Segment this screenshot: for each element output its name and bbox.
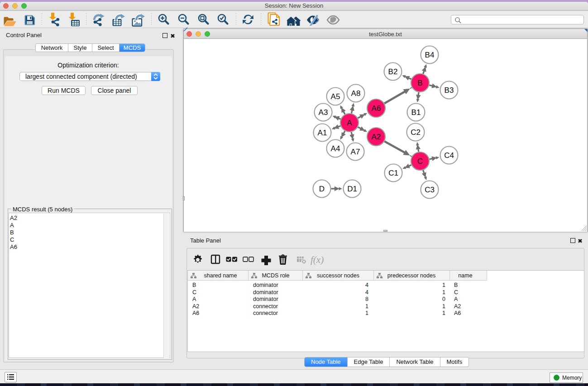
svg-text:A8: A8 xyxy=(351,89,361,98)
svg-text:C2: C2 xyxy=(411,128,421,137)
svg-text:A6: A6 xyxy=(454,310,461,316)
svg-text:B1: B1 xyxy=(411,108,421,117)
svg-text:B: B xyxy=(417,79,422,87)
svg-text:B2: B2 xyxy=(388,67,398,76)
svg-text:A6: A6 xyxy=(192,310,199,316)
svg-text:dominator: dominator xyxy=(253,282,278,288)
svg-text:A: A xyxy=(347,119,352,127)
svg-text:A: A xyxy=(454,296,458,302)
svg-text:B4: B4 xyxy=(425,51,435,59)
svg-text:1: 1 xyxy=(442,303,445,310)
svg-text:1: 1 xyxy=(442,310,445,316)
svg-text:A4: A4 xyxy=(331,144,340,153)
svg-text:A2: A2 xyxy=(454,303,461,310)
svg-text:C1: C1 xyxy=(388,169,398,177)
svg-text:A2: A2 xyxy=(372,133,381,141)
svg-text:C: C xyxy=(192,289,196,295)
svg-text:8: 8 xyxy=(365,296,368,302)
svg-text:A2: A2 xyxy=(192,303,199,310)
svg-text:predecessor nodes: predecessor nodes xyxy=(387,272,435,279)
svg-text:dominator: dominator xyxy=(253,296,278,302)
svg-text:shared name: shared name xyxy=(204,272,237,279)
svg-text:A: A xyxy=(192,296,196,302)
svg-text:1: 1 xyxy=(442,282,445,288)
svg-text:1: 1 xyxy=(365,303,368,310)
svg-text:successor nodes: successor nodes xyxy=(317,272,359,279)
svg-text:C4: C4 xyxy=(444,151,454,160)
svg-text:4: 4 xyxy=(365,282,368,288)
svg-text:dominator: dominator xyxy=(253,289,278,295)
svg-text:B3: B3 xyxy=(445,86,454,95)
svg-text:1: 1 xyxy=(442,289,445,295)
svg-text:B: B xyxy=(454,282,458,288)
svg-text:A1: A1 xyxy=(318,129,327,137)
svg-text:f(x): f(x) xyxy=(311,254,324,265)
svg-text:B: B xyxy=(192,282,196,288)
svg-text:C: C xyxy=(417,157,423,166)
svg-text:connector: connector xyxy=(253,310,278,316)
svg-text:A5: A5 xyxy=(331,92,340,101)
svg-text:A6: A6 xyxy=(372,104,381,113)
svg-text:4: 4 xyxy=(365,289,368,295)
svg-text:connector: connector xyxy=(253,303,278,310)
svg-text:0: 0 xyxy=(442,296,445,302)
svg-text:C3: C3 xyxy=(425,186,435,194)
svg-text:D1: D1 xyxy=(347,185,357,193)
svg-text:C: C xyxy=(454,289,458,295)
svg-text:A7: A7 xyxy=(351,148,360,156)
svg-text:MCDS role: MCDS role xyxy=(262,272,289,279)
svg-text:1: 1 xyxy=(365,310,368,316)
svg-text:name: name xyxy=(458,272,472,279)
svg-text:D: D xyxy=(319,185,325,193)
svg-text:A3: A3 xyxy=(319,108,328,117)
